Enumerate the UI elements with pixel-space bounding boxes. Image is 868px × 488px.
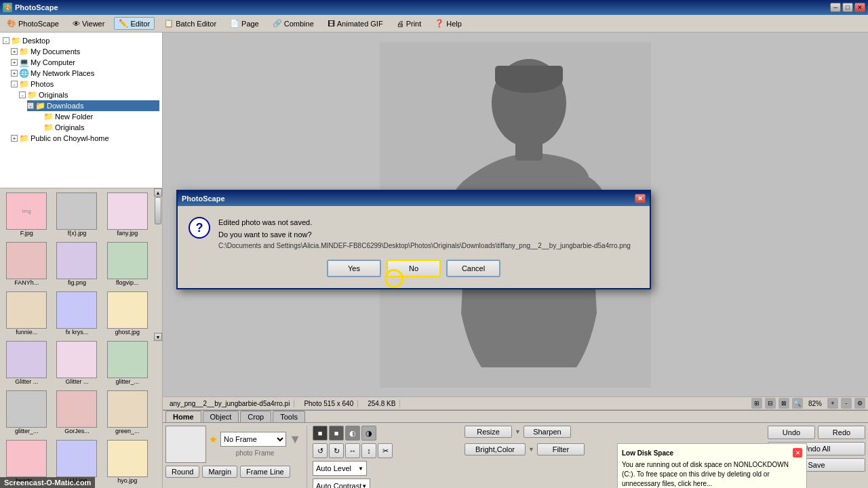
- question-icon: ?: [189, 217, 210, 239]
- dialog-content: ? Edited photo was not saved. Do you wan…: [178, 206, 650, 288]
- dialog-buttons: Yes No Cancel: [189, 260, 639, 277]
- no-button[interactable]: No: [387, 260, 441, 277]
- cancel-button[interactable]: Cancel: [446, 260, 500, 277]
- dialog-close-button[interactable]: ✕: [635, 194, 646, 203]
- dialog-text: Edited photo was not saved. Do you want …: [218, 217, 631, 251]
- yes-button[interactable]: Yes: [327, 260, 381, 277]
- save-dialog: PhotoScape ✕ ? Edited photo was not save…: [176, 190, 651, 289]
- dialog-overlay: PhotoScape ✕ ? Edited photo was not save…: [0, 0, 868, 488]
- dialog-title: PhotoScape: [182, 195, 225, 203]
- dialog-message: ? Edited photo was not saved. Do you wan…: [189, 217, 639, 251]
- dialog-titlebar: PhotoScape ✕: [178, 191, 650, 206]
